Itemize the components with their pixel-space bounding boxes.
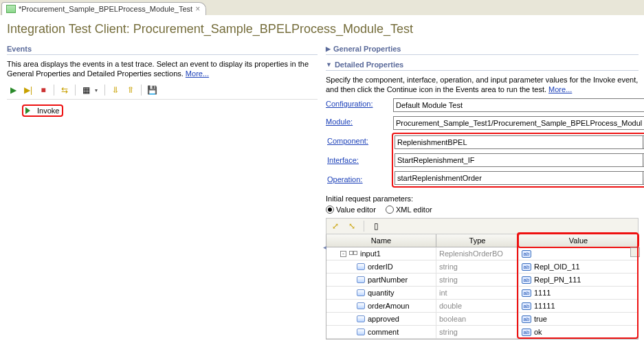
interface-label[interactable]: Interface: — [326, 153, 389, 167]
row-value: Repl_OID_11 — [534, 263, 580, 271]
row-value: 1111 — [534, 289, 551, 297]
filter-icon[interactable]: ▦ — [80, 84, 92, 96]
name-cell: -input1 — [326, 247, 436, 260]
operation-select[interactable]: startReplenishmentOrder ▾ — [395, 171, 644, 185]
run-icon[interactable]: ▶ — [7, 84, 19, 96]
table-row[interactable]: orderIDstringabRepl_OID_11 — [326, 260, 638, 274]
params-toolbar: ⤢ ⤡ ▯ — [326, 218, 639, 234]
xml-editor-label: XML editor — [396, 205, 432, 214]
value-cell[interactable]: abtrue — [519, 313, 638, 325]
module-select[interactable]: Procurement_Sample_Test1/Procurement_Sam… — [393, 116, 644, 130]
row-value: ok — [534, 328, 542, 336]
interface-select[interactable]: StartReplenishment_IF ▾ — [395, 153, 644, 167]
name-cell: approved — [326, 313, 436, 325]
module-label[interactable]: Module: — [326, 116, 389, 130]
radio-unchecked-icon — [386, 205, 394, 214]
value-cell[interactable]: ab1111 — [519, 287, 638, 299]
tree-item-label: Invoke — [37, 107, 59, 115]
configuration-select[interactable]: Default Module Test ▾ — [393, 98, 644, 112]
type-cell: boolean — [436, 313, 519, 325]
row-value: 11111 — [534, 302, 555, 310]
operation-value: startReplenishmentOrder — [395, 171, 643, 185]
separator — [104, 85, 105, 96]
value-cell[interactable]: ab11111 — [519, 300, 638, 312]
table-row[interactable]: quantityintab1111 — [326, 287, 638, 300]
value-cell[interactable]: ab — [519, 247, 638, 260]
table-row[interactable]: approvedbooleanabtrue — [326, 313, 638, 326]
detailed-description: Specify the component, interface, operat… — [326, 74, 639, 98]
events-description: This area displays the events in a test … — [7, 58, 318, 82]
type-cell: double — [436, 300, 519, 312]
value-editor-label: Value editor — [336, 205, 376, 214]
detailed-more-link[interactable]: More... — [548, 85, 572, 93]
invoke-icon — [25, 107, 34, 115]
collapse-icon[interactable]: ⤡ — [346, 220, 358, 232]
component-select[interactable]: ReplenishmentBPEL ▾ — [395, 135, 644, 149]
close-icon[interactable]: × — [195, 4, 200, 14]
step-icon[interactable]: ▶| — [22, 84, 34, 96]
events-tree: Invoke — [7, 102, 318, 119]
value-type-icon: ab — [522, 329, 531, 336]
col-value[interactable]: Value — [519, 234, 638, 247]
sync-icon[interactable]: ⇆ — [58, 84, 71, 96]
general-properties-header[interactable]: ▶ General Properties — [326, 42, 639, 55]
component-label[interactable]: Component: — [326, 134, 389, 148]
name-cell: quantity — [326, 287, 436, 299]
editor-tab[interactable]: *Procurement_Sample_BPELProcess_Module_T… — [1, 2, 206, 15]
detailed-properties-header[interactable]: ▼ Detailed Properties — [326, 58, 639, 71]
field-icon — [357, 315, 365, 322]
filter-dropdown-icon[interactable]: ▾ — [95, 87, 100, 93]
operation-label[interactable]: Operation: — [326, 173, 389, 186]
value-cell[interactable]: abRepl_PN_111 — [519, 274, 638, 286]
name-cell: orderID — [326, 260, 436, 273]
field-icon — [357, 263, 365, 270]
expand-icon[interactable]: ⤢ — [329, 220, 342, 232]
sash-collapse-icon[interactable]: ◂ — [322, 241, 327, 253]
table-row[interactable]: orderAmoundoubleab11111 — [326, 300, 638, 313]
pool-up-icon[interactable]: ⥣ — [124, 84, 137, 96]
collapse-right-icon: ▶ — [326, 45, 331, 52]
stop-icon[interactable]: ■ — [37, 84, 49, 96]
table-row[interactable]: partNumberstringabRepl_PN_111 — [326, 274, 638, 287]
events-tree-item-invoke[interactable]: Invoke — [7, 104, 67, 118]
detailed-form: Configuration: Default Module Test ▾ Mod… — [326, 98, 639, 190]
row-name: orderAmoun — [368, 302, 410, 310]
table-row[interactable]: commentstringabok — [326, 326, 638, 339]
value-cell[interactable]: abRepl_OID_11 — [519, 260, 638, 273]
separator — [364, 221, 364, 232]
separator — [141, 85, 142, 96]
component-value: ReplenishmentBPEL — [395, 135, 643, 149]
save-icon[interactable]: 💾 — [146, 84, 158, 96]
value-cell[interactable]: abok — [519, 326, 638, 338]
field-icon — [357, 302, 365, 309]
row-name: comment — [368, 328, 399, 336]
value-editor-radio[interactable]: Value editor — [326, 205, 376, 214]
params-table-header: Name Type Value — [326, 234, 638, 247]
row-name: orderID — [368, 263, 393, 271]
request-params-heading: Initial request parameters: — [326, 190, 639, 205]
type-cell: string — [436, 326, 519, 338]
module-value: Procurement_Sample_Test1/Procurement_Sam… — [393, 116, 644, 130]
value-type-icon: ab — [522, 315, 531, 323]
detailed-desc-text: Specify the component, interface, operat… — [326, 76, 638, 93]
value-type-icon: ab — [522, 289, 531, 297]
value-type-icon: ab — [522, 250, 531, 258]
maximize-icon[interactable] — [630, 247, 640, 257]
interface-value: StartReplenishment_IF — [395, 153, 643, 167]
configuration-label[interactable]: Configuration: — [326, 98, 389, 112]
col-type[interactable]: Type — [436, 234, 519, 247]
pool-down-icon[interactable]: ⥥ — [109, 84, 122, 96]
table-row[interactable]: -input1ReplenishOrderBOab — [326, 247, 638, 260]
row-name: input1 — [360, 249, 381, 258]
test-client-icon — [6, 5, 16, 13]
xml-editor-radio[interactable]: XML editor — [386, 205, 432, 214]
type-cell: ReplenishOrderBO — [436, 247, 519, 260]
type-cell: string — [436, 260, 519, 273]
tree-twist-icon[interactable]: - — [340, 251, 346, 257]
row-name: quantity — [368, 289, 395, 297]
show-columns-icon[interactable]: ▯ — [370, 220, 382, 232]
col-name[interactable]: Name — [326, 234, 436, 247]
events-more-link[interactable]: More... — [186, 69, 209, 78]
type-cell: int — [436, 287, 519, 299]
row-value: true — [534, 315, 547, 323]
